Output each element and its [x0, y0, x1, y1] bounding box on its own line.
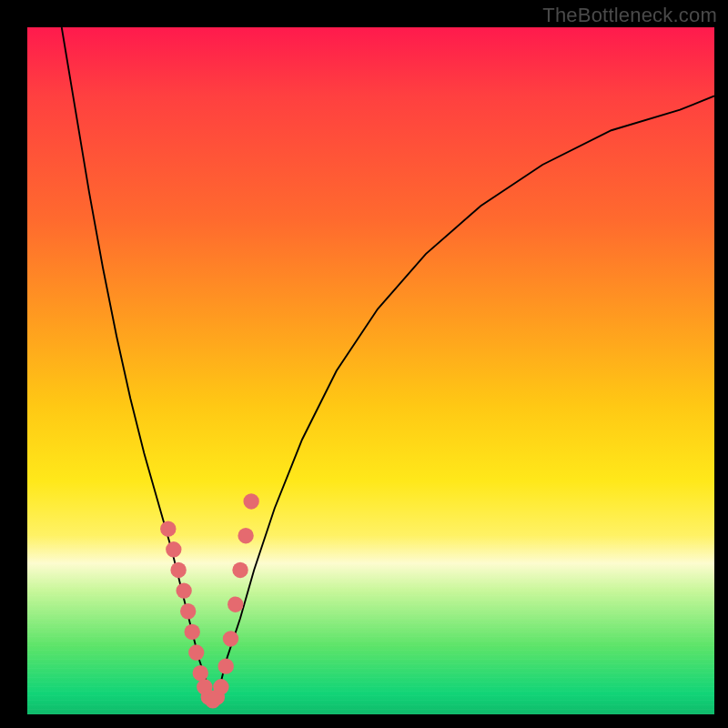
marker-point [238, 528, 253, 543]
attribution-watermark: TheBottleneck.com [542, 4, 717, 27]
marker-point [223, 631, 238, 646]
curve-left-branch [62, 27, 213, 701]
marker-point [188, 644, 204, 660]
marker-point [228, 597, 243, 612]
marker-point [170, 562, 186, 578]
marker-point [218, 658, 234, 673]
marker-point [232, 562, 248, 578]
outer-frame: TheBottleneck.com [0, 0, 728, 728]
marker-point [160, 521, 176, 536]
bottleneck-curve [27, 27, 714, 714]
marker-point [166, 541, 181, 557]
marker-point [185, 624, 200, 640]
marker-point [193, 665, 208, 681]
marker-point [180, 603, 196, 619]
marker-point [176, 582, 191, 598]
plot-area [27, 27, 714, 714]
marker-point [213, 679, 228, 694]
marker-point [243, 493, 258, 509]
curve-right-branch [213, 96, 714, 701]
